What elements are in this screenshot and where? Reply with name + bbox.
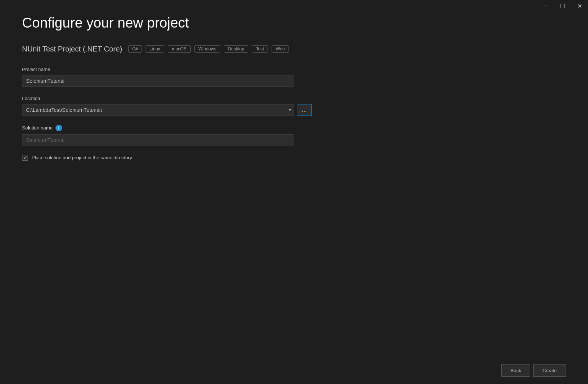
page-title: Configure your new project <box>22 15 566 32</box>
solution-name-input[interactable] <box>22 134 294 146</box>
tag-csharp: C# <box>128 45 142 53</box>
same-directory-row[interactable]: Place solution and project in the same d… <box>22 155 566 161</box>
title-bar: ─ ☐ ✕ <box>537 0 588 12</box>
info-icon: i <box>55 125 62 131</box>
tag-web: Web <box>272 45 288 53</box>
bottom-bar: Back Create <box>501 364 566 377</box>
location-dropdown[interactable]: C:\LambdaTest\SeleniumTutorial\ <box>22 104 294 116</box>
project-name-input[interactable] <box>22 75 294 87</box>
tag-test: Test <box>252 45 268 53</box>
same-directory-label: Place solution and project in the same d… <box>32 155 132 160</box>
project-type-row: NUnit Test Project (.NET Core) C# Linux … <box>22 45 566 53</box>
close-button[interactable]: ✕ <box>571 0 588 12</box>
project-name-group: Project name <box>22 67 566 87</box>
same-directory-checkbox[interactable] <box>22 155 28 161</box>
maximize-button[interactable]: ☐ <box>554 0 571 12</box>
tag-desktop: Desktop <box>224 45 248 53</box>
tag-linux: Linux <box>146 45 164 53</box>
back-button[interactable]: Back <box>501 364 530 377</box>
tag-windows: Windows <box>194 45 220 53</box>
location-label: Location <box>22 96 566 101</box>
project-type-name: NUnit Test Project (.NET Core) <box>22 45 122 53</box>
solution-name-label: Solution name <box>22 125 53 131</box>
solution-name-group: Solution name i <box>22 125 566 146</box>
browse-button[interactable]: ... <box>297 104 312 116</box>
project-name-label: Project name <box>22 67 566 72</box>
solution-name-label-row: Solution name i <box>22 125 566 131</box>
location-row: C:\LambdaTest\SeleniumTutorial\ ... <box>22 104 566 116</box>
location-group: Location C:\LambdaTest\SeleniumTutorial\… <box>22 96 566 116</box>
minimize-button[interactable]: ─ <box>537 0 554 12</box>
location-select-wrapper: C:\LambdaTest\SeleniumTutorial\ <box>22 104 294 116</box>
create-button[interactable]: Create <box>533 364 566 377</box>
main-content: Configure your new project NUnit Test Pr… <box>22 15 566 362</box>
tag-macos: macOS <box>168 45 191 53</box>
